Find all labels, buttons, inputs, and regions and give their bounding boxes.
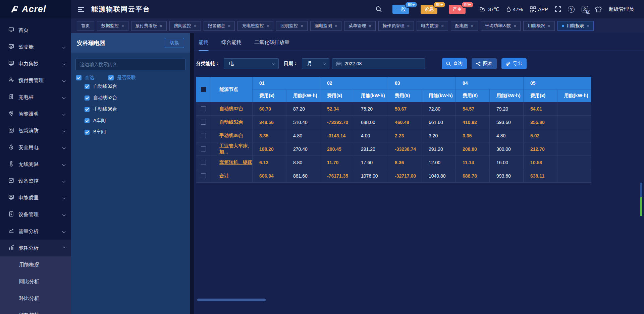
- sidebar-item-电力集抄[interactable]: 电力集抄: [0, 55, 71, 72]
- tab-漏电监测[interactable]: 漏电监测×: [310, 21, 342, 31]
- tab-close-icon[interactable]: ×: [514, 24, 517, 28]
- row-checkbox[interactable]: [196, 129, 211, 142]
- row-name-自动线32台[interactable]: 自动线32台: [211, 102, 253, 116]
- language-icon[interactable]: 文A: [582, 6, 588, 12]
- alarm-badge-general[interactable]: 一般99+: [392, 5, 409, 14]
- sidebar-item-驾驶舱[interactable]: 驾驶舱: [0, 39, 71, 55]
- tab-close-icon[interactable]: ×: [301, 24, 303, 28]
- sidebar-item-电能质量[interactable]: 电能质量: [0, 189, 71, 206]
- tab-预付费看板[interactable]: 预付费看板×: [131, 21, 167, 31]
- tree-node-checkbox[interactable]: [85, 84, 90, 89]
- export-button[interactable]: 导出: [501, 58, 527, 69]
- sidebar-item-需量分析[interactable]: 需量分析: [0, 223, 71, 240]
- search-icon[interactable]: [376, 6, 382, 12]
- row-name-套筒转机、锯床[interactable]: 套筒转机、锯床: [211, 156, 253, 169]
- tab-操作员管理[interactable]: 操作员管理×: [378, 21, 414, 31]
- vertical-scrollbar-indicator[interactable]: [640, 197, 642, 216]
- sidebar-subitem-同比分析[interactable]: 同比分析: [0, 273, 71, 290]
- tab-照明监控[interactable]: 照明监控×: [276, 21, 308, 31]
- help-icon[interactable]: ?: [568, 6, 575, 13]
- tab-用能报表[interactable]: 用能报表×: [557, 21, 594, 31]
- sidebar-item-首页[interactable]: 首页: [0, 22, 71, 39]
- sidebar-item-能耗分析[interactable]: 能耗分析: [0, 240, 71, 256]
- period-select[interactable]: 月: [302, 58, 329, 69]
- horizontal-scrollbar[interactable]: [197, 299, 266, 301]
- tab-close-icon[interactable]: ×: [407, 24, 410, 28]
- tab-close-icon[interactable]: ×: [471, 24, 474, 28]
- query-button[interactable]: 查询: [442, 58, 467, 69]
- tab-报警信息[interactable]: 报警信息×: [204, 21, 235, 31]
- sidebar-item-智能照明[interactable]: 智能照明: [0, 106, 71, 122]
- tab-close-icon[interactable]: ×: [369, 24, 371, 28]
- tab-房间监控[interactable]: 房间监控×: [169, 21, 201, 31]
- alarm-badge-urgent[interactable]: 紧急99+: [421, 5, 437, 14]
- category-select[interactable]: 电: [224, 58, 279, 69]
- sidebar-subitem-用能概况[interactable]: 用能概况: [0, 256, 71, 273]
- content-tab-能耗[interactable]: 能耗: [199, 39, 209, 51]
- sidebar-item-无线测温[interactable]: 无线测温: [0, 156, 71, 173]
- tree-node-checkbox[interactable]: [85, 107, 90, 112]
- tab-首页[interactable]: 首页: [77, 21, 94, 31]
- tab-close-icon[interactable]: ×: [335, 24, 337, 28]
- tab-配电图[interactable]: 配电图×: [451, 21, 478, 31]
- tab-close-icon[interactable]: ×: [160, 24, 163, 28]
- row-checkbox[interactable]: [196, 102, 211, 116]
- tab-数据监控[interactable]: 数据监控×: [97, 21, 128, 31]
- tab-close-icon[interactable]: ×: [587, 24, 590, 28]
- row-checkbox[interactable]: [196, 169, 211, 183]
- tab-平均功率因数[interactable]: 平均功率因数×: [481, 21, 521, 31]
- row-checkbox[interactable]: [196, 116, 211, 129]
- sidebar-item-充电桩[interactable]: 充电桩: [0, 89, 71, 106]
- cascade-checkbox[interactable]: [108, 75, 114, 80]
- sidebar-item-设备监控[interactable]: 设备监控: [0, 173, 71, 189]
- sidebar-subitem-环比分析[interactable]: 环比分析: [0, 290, 71, 307]
- row-checkbox[interactable]: [196, 156, 211, 169]
- sidebar-subitem-能耗趋势[interactable]: 能耗趋势: [0, 307, 71, 314]
- tree-node-自动线52台[interactable]: 自动线52台: [85, 92, 117, 104]
- tree-node-B车间[interactable]: B车间: [85, 126, 117, 138]
- row-name-合计[interactable]: 合计: [211, 169, 253, 183]
- tab-close-icon[interactable]: ×: [548, 24, 550, 28]
- tab-bar: 首页数据监控×预付费看板×房间监控×报警信息×充电桩监控×照明监控×漏电监测×菜…: [71, 18, 644, 33]
- fullscreen-icon[interactable]: [555, 6, 561, 12]
- fee-value: 410.92: [456, 116, 490, 129]
- date-picker[interactable]: 2022-08: [332, 58, 425, 69]
- tab-close-icon[interactable]: ×: [194, 24, 197, 28]
- content-tab-综合能耗[interactable]: 综合能耗: [221, 39, 241, 51]
- sidebar-item-智慧消防[interactable]: 智慧消防: [0, 122, 71, 139]
- select-all-checkbox[interactable]: [76, 75, 82, 80]
- row-checkbox[interactable]: [196, 142, 211, 156]
- tab-close-icon[interactable]: ×: [228, 24, 231, 28]
- row-name-自动线52台[interactable]: 自动线52台: [211, 116, 253, 129]
- theme-icon[interactable]: [595, 6, 602, 12]
- tree-node-手动线36台[interactable]: 手动线36台: [85, 104, 117, 115]
- tree-node-自动线32台[interactable]: 自动线32台: [85, 81, 117, 92]
- tree-node-checkbox[interactable]: [85, 130, 90, 135]
- chart-button[interactable]: 图表: [472, 58, 497, 69]
- sidebar-item-安全用电[interactable]: 安全用电: [0, 139, 71, 156]
- tab-close-icon[interactable]: ×: [441, 24, 444, 28]
- tab-close-icon[interactable]: ×: [121, 24, 124, 28]
- tab-label: 报警信息: [208, 23, 225, 29]
- tab-close-icon[interactable]: ×: [266, 24, 269, 28]
- sidebar-item-设备管理[interactable]: 设备管理: [0, 206, 71, 223]
- row-name-手动线36台[interactable]: 手动线36台: [211, 129, 253, 142]
- tree-node-checkbox[interactable]: [85, 118, 90, 123]
- content-tab-二氧化碳排放量[interactable]: 二氧化碳排放量: [254, 39, 289, 51]
- app-download[interactable]: APP: [530, 6, 548, 12]
- sidebar-item-预付费管理[interactable]: 预付费管理: [0, 72, 71, 89]
- row-name-工业管大车床、加...[interactable]: 工业管大车床、加...: [211, 142, 253, 156]
- tab-菜单管理[interactable]: 菜单管理×: [344, 21, 376, 31]
- menu-toggle-icon[interactable]: [78, 7, 84, 12]
- table-select-all-checkbox[interactable]: [196, 77, 211, 102]
- vertical-scrollbar-thumb[interactable]: [640, 183, 642, 197]
- tree-search-input[interactable]: [75, 59, 185, 70]
- tree-node-checkbox[interactable]: [85, 96, 90, 101]
- tree-node-A车间[interactable]: A车间: [85, 115, 117, 126]
- tab-充电桩监控[interactable]: 充电桩监控×: [237, 21, 273, 31]
- user-name[interactable]: 超级管理员: [609, 6, 634, 12]
- alarm-badge-severe[interactable]: 严重99+: [449, 5, 466, 14]
- tab-电力数据[interactable]: 电力数据×: [417, 21, 448, 31]
- tab-用能概况[interactable]: 用能概况×: [523, 21, 555, 31]
- switch-button[interactable]: 切换: [165, 38, 184, 48]
